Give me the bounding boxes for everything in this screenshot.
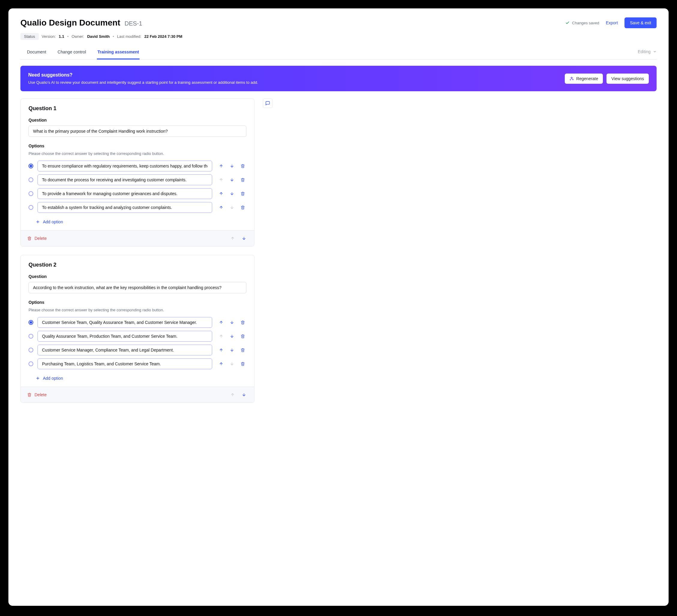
delete-option-button[interactable]: [239, 190, 246, 197]
add-option-button[interactable]: Add option: [36, 219, 63, 224]
delete-option-button[interactable]: [239, 163, 246, 170]
options-field-label: Options: [29, 300, 246, 305]
add-option-label: Add option: [43, 219, 63, 224]
arrow-up-icon: [219, 191, 223, 196]
option-text-input[interactable]: [38, 188, 212, 199]
app-window: Qualio Design Document DES-1 Changes sav…: [8, 8, 669, 606]
regenerate-label: Regenerate: [576, 76, 598, 81]
move-up-button[interactable]: [218, 360, 225, 367]
banner-body: Use Qualio's AI to review your document …: [28, 80, 258, 85]
option-text-input[interactable]: [38, 202, 212, 213]
view-suggestions-button[interactable]: View suggestions: [606, 74, 649, 84]
arrow-down-icon: [230, 320, 234, 324]
arrow-down-icon: [230, 205, 234, 210]
option-radio[interactable]: [29, 348, 33, 352]
question-text-input[interactable]: [29, 282, 246, 293]
trash-icon: [241, 191, 245, 196]
move-down-button[interactable]: [228, 163, 235, 170]
tab-change-control[interactable]: Change control: [57, 47, 87, 59]
save-exit-button[interactable]: Save & exit: [625, 17, 657, 28]
option-text-input[interactable]: [38, 317, 212, 328]
arrow-down-icon: [230, 362, 234, 366]
separator: •: [67, 34, 69, 39]
question-text-input[interactable]: [29, 126, 246, 137]
arrow-down-icon: [242, 393, 246, 397]
plus-icon: [36, 220, 40, 224]
options-hint: Please choose the correct answer by sele…: [29, 151, 246, 156]
question-card: Question 2QuestionOptionsPlease choose t…: [20, 255, 255, 403]
delete-option-button[interactable]: [239, 333, 246, 340]
arrow-up-icon: [219, 205, 223, 210]
delete-question-button[interactable]: Delete: [27, 392, 47, 397]
move-up-button[interactable]: [218, 346, 225, 354]
arrow-up-icon: [219, 334, 223, 338]
export-button[interactable]: Export: [606, 20, 618, 25]
move-down-button[interactable]: [228, 176, 235, 183]
move-question-down-button[interactable]: [240, 235, 247, 242]
question-field-label: Question: [29, 118, 246, 123]
trash-icon: [241, 178, 245, 182]
option-radio[interactable]: [29, 205, 33, 210]
option-text-input[interactable]: [38, 161, 212, 171]
delete-option-button[interactable]: [239, 176, 246, 183]
option-text-input[interactable]: [38, 331, 212, 342]
arrow-down-icon: [230, 334, 234, 338]
add-option-label: Add option: [43, 376, 63, 381]
option-text-input[interactable]: [38, 174, 212, 185]
version-label: Version:: [42, 34, 56, 39]
side-column: [263, 98, 275, 411]
option-radio[interactable]: [29, 177, 33, 182]
tab-document[interactable]: Document: [27, 47, 47, 59]
comment-button[interactable]: [263, 98, 272, 108]
arrow-down-icon: [230, 348, 234, 352]
options-hint: Please choose the correct answer by sele…: [29, 308, 246, 312]
chevron-down-icon: [653, 50, 657, 53]
option-radio[interactable]: [29, 334, 33, 339]
option-actions: [216, 319, 246, 326]
owner-value: David Smith: [87, 34, 109, 39]
doc-id: DES-1: [125, 20, 142, 27]
option-actions: [216, 333, 246, 340]
questions-column: Question 1QuestionOptionsPlease choose t…: [20, 98, 255, 411]
move-up-button: [218, 333, 225, 340]
check-icon: [566, 21, 570, 25]
move-question-down-button[interactable]: [240, 391, 247, 398]
option-radio[interactable]: [29, 164, 33, 168]
option-text-input[interactable]: [38, 345, 212, 355]
delete-question-label: Delete: [35, 236, 47, 241]
option-radio[interactable]: [29, 191, 33, 196]
move-up-button[interactable]: [218, 204, 225, 211]
option-radio[interactable]: [29, 361, 33, 366]
add-option-button[interactable]: Add option: [36, 376, 63, 381]
modified-value: 22 Feb 2024 7:30 PM: [144, 34, 182, 39]
move-down-button[interactable]: [228, 333, 235, 340]
modified-label: Last modified:: [117, 34, 141, 39]
comment-icon: [265, 101, 270, 106]
option-actions: [216, 163, 246, 170]
move-up-button[interactable]: [218, 163, 225, 170]
question-card-footer: Delete: [21, 230, 254, 246]
move-down-button[interactable]: [228, 319, 235, 326]
move-down-button[interactable]: [228, 346, 235, 354]
option-text-input[interactable]: [38, 358, 212, 369]
doc-title: Qualio Design Document: [20, 18, 120, 28]
tab-training-assessment[interactable]: Training assessment: [97, 47, 140, 59]
delete-option-button[interactable]: [239, 204, 246, 211]
mode-selector[interactable]: Editing: [638, 49, 657, 57]
move-up-button[interactable]: [218, 190, 225, 197]
question-card: Question 1QuestionOptionsPlease choose t…: [20, 98, 255, 247]
delete-question-button[interactable]: Delete: [27, 236, 47, 241]
regenerate-button[interactable]: Regenerate: [565, 74, 603, 84]
delete-option-button[interactable]: [239, 360, 246, 367]
move-question-up-button: [229, 391, 236, 398]
move-up-button[interactable]: [218, 319, 225, 326]
question-reorder-actions: [229, 391, 247, 398]
content: Question 1QuestionOptionsPlease choose t…: [20, 98, 657, 411]
header-right: Changes saved Export Save & exit: [566, 17, 657, 28]
move-down-button: [228, 360, 235, 367]
option-radio[interactable]: [29, 320, 33, 325]
delete-option-button[interactable]: [239, 346, 246, 354]
move-down-button[interactable]: [228, 190, 235, 197]
delete-option-button[interactable]: [239, 319, 246, 326]
question-reorder-actions: [229, 235, 247, 242]
